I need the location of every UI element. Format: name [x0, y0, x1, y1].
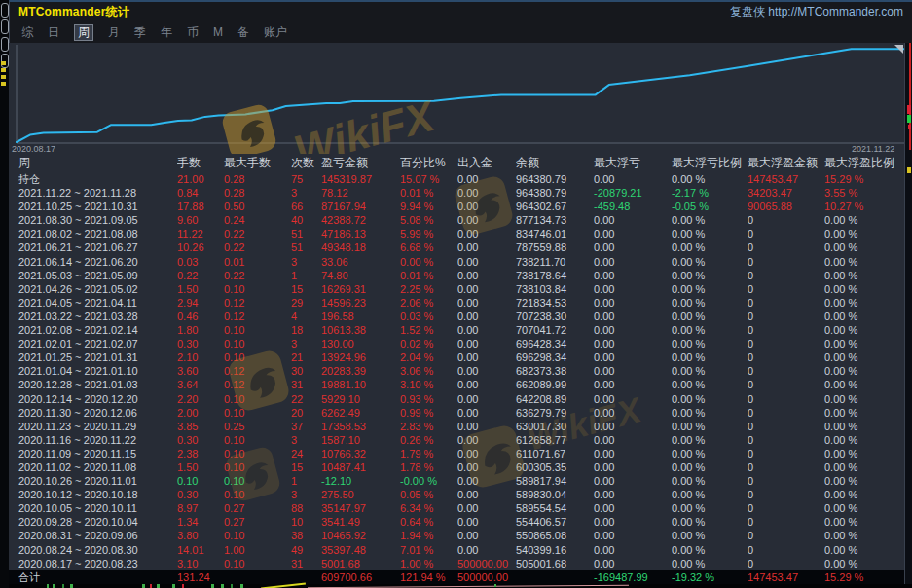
chart-scroll-arrow[interactable]: [894, 45, 903, 54]
menu-item-账户[interactable]: 账户: [264, 24, 287, 41]
table-row[interactable]: 2020.10.05 ~ 2020.10.118.970.278835147.9…: [9, 501, 905, 515]
table-cell: 0.22: [224, 240, 291, 254]
table-cell: 589817.94: [516, 474, 594, 488]
table-cell: 1: [291, 269, 321, 282]
table-cell: 0.00 %: [672, 323, 748, 337]
table-row[interactable]: 2021.02.01 ~ 2021.02.070.300.103130.000.…: [9, 337, 905, 350]
table-row[interactable]: 2021.01.25 ~ 2021.01.312.100.102113924.9…: [9, 350, 905, 364]
table-cell: 0.10: [224, 392, 291, 406]
table-cell: 0.00: [457, 213, 516, 227]
table-row[interactable]: 2020.11.02 ~ 2020.11.081.500.101510487.4…: [9, 460, 905, 474]
column-header[interactable]: 盈亏金额: [321, 154, 400, 172]
table-row[interactable]: 2021.06.14 ~ 2021.06.200.030.01333.060.0…: [9, 255, 905, 269]
table-row[interactable]: 2020.08.17 ~ 2020.08.233.100.10315001.68…: [9, 557, 905, 570]
table-cell: 3.10: [177, 557, 224, 570]
table-cell: 0.00: [594, 515, 672, 529]
table-cell: 1.80: [177, 323, 224, 337]
table-row[interactable]: 2021.04.05 ~ 2021.04.112.940.122914596.2…: [9, 296, 905, 310]
table-row[interactable]: 2021.03.22 ~ 2021.03.280.460.124196.580.…: [9, 310, 905, 323]
table-row[interactable]: 2020.10.12 ~ 2020.10.180.300.103275.500.…: [9, 488, 905, 501]
table-cell: 2021.04.26 ~ 2021.05.02: [18, 282, 177, 296]
menu-item-日[interactable]: 日: [48, 24, 59, 41]
table-cell: 75: [291, 172, 321, 186]
table-total-row[interactable]: 合计131.24609700.66121.94 %500000.00-16948…: [9, 570, 905, 585]
title-bar[interactable]: MTCommander统计 复盘侠 http://MTCommander.com: [9, 0, 912, 21]
table-cell: 600305.35: [516, 460, 594, 474]
table-cell: 40: [291, 213, 321, 227]
column-header[interactable]: 出入金: [457, 154, 516, 172]
column-header[interactable]: 最大浮盈比例: [824, 154, 902, 172]
table-row[interactable]: 2020.11.23 ~ 2020.11.293.850.253717358.5…: [9, 420, 905, 433]
menu-item-备[interactable]: 备: [237, 24, 249, 41]
table-cell: 11.22: [177, 227, 224, 240]
edge-mark: [907, 167, 911, 173]
table-cell: 1: [291, 474, 321, 488]
table-row[interactable]: 2020.08.24 ~ 2020.08.3014.011.004935397.…: [9, 543, 905, 557]
table-row[interactable]: 2020.10.26 ~ 2020.11.010.100.101-12.10-0…: [9, 474, 905, 488]
table-row[interactable]: 2020.09.28 ~ 2020.10.041.340.27103541.49…: [9, 515, 905, 529]
column-header[interactable]: 百分比%: [400, 154, 457, 172]
table-cell: 0.00: [457, 420, 516, 433]
table-row[interactable]: 2020.08.31 ~ 2020.09.063.800.103810465.9…: [9, 529, 905, 542]
menu-item-M[interactable]: M: [213, 25, 223, 39]
table-cell: 0.28: [224, 186, 291, 200]
table-cell: 738211.70: [516, 255, 594, 269]
table-cell: 0.01 %: [400, 186, 457, 200]
table-cell: 2020.11.09 ~ 2020.11.15: [18, 447, 177, 460]
table-cell: 0.00: [594, 543, 672, 557]
menu-item-季[interactable]: 季: [134, 24, 146, 41]
edge-mark: [908, 125, 911, 129]
app-window: MTCommander统计 复盘侠 http://MTCommander.com…: [0, 0, 912, 588]
table-cell: 2021.05.03 ~ 2021.05.09: [18, 269, 177, 282]
table-row[interactable]: 持仓21.000.2875145319.8715.07 %0.00964380.…: [9, 172, 905, 186]
column-header[interactable]: 最大手数: [224, 154, 291, 172]
menu-item-综[interactable]: 综: [21, 24, 33, 41]
table-cell: 0.30: [177, 433, 224, 447]
edge-button-outline: [1, 19, 9, 34]
table-cell: 0: [748, 296, 824, 310]
brand-link[interactable]: 复盘侠 http://MTCommander.com: [730, 4, 903, 20]
table-cell: 6.68 %: [400, 240, 457, 254]
table-cell: 0.00: [594, 488, 672, 501]
table-row[interactable]: 2021.05.03 ~ 2021.05.090.220.22174.800.0…: [9, 269, 905, 282]
column-header[interactable]: 最大浮盈金额: [748, 154, 824, 172]
table-row[interactable]: 2021.10.25 ~ 2021.10.3117.880.506687167.…: [9, 200, 905, 213]
column-header[interactable]: 周: [18, 154, 177, 172]
table-row[interactable]: 2021.04.26 ~ 2021.05.021.500.101516269.3…: [9, 282, 905, 296]
table-cell: 0.00: [594, 460, 672, 474]
edge-mark: [240, 584, 243, 588]
table-cell: 0.27: [224, 515, 291, 529]
table-row[interactable]: 2021.08.02 ~ 2021.08.0811.220.225147186.…: [9, 227, 905, 240]
table-row[interactable]: 2020.12.14 ~ 2020.12.202.200.10225929.10…: [9, 392, 905, 406]
column-header[interactable]: 最大浮亏比例: [672, 154, 748, 172]
table-cell: 964302.67: [516, 200, 594, 213]
column-header[interactable]: 余额: [516, 154, 594, 172]
table-row[interactable]: 2021.01.04 ~ 2021.01.103.600.123020283.3…: [9, 364, 905, 378]
table-cell: 0.28: [224, 172, 291, 186]
menu-item-月[interactable]: 月: [108, 24, 120, 41]
table-row[interactable]: 2020.11.30 ~ 2020.12.062.000.10206262.49…: [9, 406, 905, 420]
table-row[interactable]: 2021.08.30 ~ 2021.09.059.600.244042388.7…: [9, 213, 905, 227]
table-cell: 0: [748, 227, 824, 240]
table-row[interactable]: 2021.06.21 ~ 2021.06.2710.260.225149348.…: [9, 240, 905, 254]
column-header[interactable]: 手数: [177, 154, 224, 172]
table-cell: 0.00 %: [672, 488, 748, 501]
menu-item-周[interactable]: 周: [74, 24, 93, 41]
table-cell: 0.00: [457, 337, 516, 350]
table-row[interactable]: 2021.11.22 ~ 2021.11.280.840.28378.120.0…: [9, 186, 905, 200]
table-cell: 0.93 %: [400, 392, 457, 406]
menu-item-年[interactable]: 年: [161, 24, 172, 41]
column-header[interactable]: 最大浮亏: [594, 154, 672, 172]
table-row[interactable]: 2020.12.28 ~ 2021.01.033.640.123119881.1…: [9, 378, 905, 391]
table-cell: 10465.92: [321, 529, 400, 542]
table-cell: 0.00: [594, 269, 672, 282]
table-row[interactable]: 2020.11.09 ~ 2020.11.152.380.102410766.3…: [9, 447, 905, 460]
table-row[interactable]: 2020.11.16 ~ 2020.11.220.300.1031587.100…: [9, 433, 905, 447]
table-cell: 0.12: [224, 310, 291, 323]
table-row[interactable]: 2021.02.08 ~ 2021.02.141.800.101810613.3…: [9, 323, 905, 337]
table-cell: 3: [291, 488, 321, 501]
table-cell: 0.10: [177, 474, 224, 488]
column-header[interactable]: 次数: [291, 154, 321, 172]
table-cell: 0.12: [224, 378, 291, 391]
menu-item-币[interactable]: 币: [187, 24, 199, 41]
